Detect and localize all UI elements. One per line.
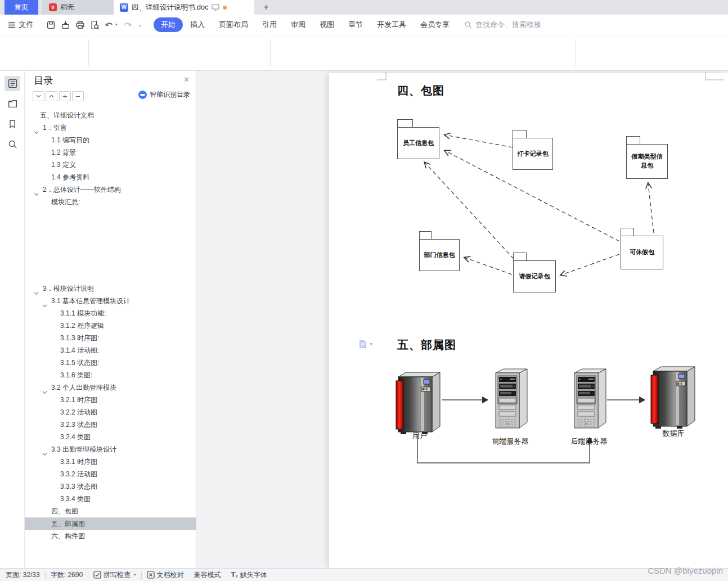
ribbon-tab-页面布局[interactable]: 页面布局	[219, 20, 248, 30]
chapter-panel-button[interactable]	[5, 96, 20, 111]
toc-item[interactable]: 四、包图	[25, 505, 196, 517]
print-preview-icon[interactable]	[90, 20, 100, 30]
ribbon-tab-章节[interactable]: 章节	[348, 20, 363, 30]
toc-zoom-out-button[interactable]	[72, 91, 84, 101]
toc-item[interactable]: 3.3 出勤管理模块设计	[25, 443, 196, 456]
toc-item[interactable]: 2．总体设计——软件结构	[25, 183, 196, 196]
toc-panel: 目录 × 智能识别目录 五、详细设计文档1．引言1.1 编写目的1.2 背景1.…	[25, 71, 196, 568]
bookmark-panel-button[interactable]	[5, 116, 20, 132]
undo-dropdown-arrow[interactable]: ▾	[115, 22, 118, 27]
package-tab	[621, 228, 634, 236]
toc-item[interactable]: 3.1 基本信息管理模块设计	[25, 295, 196, 307]
toc-item[interactable]: 五、详细设计文档	[25, 109, 196, 121]
toc-zoom-in-button[interactable]	[59, 91, 71, 101]
toc-item[interactable]: 3.1.4 活动图:	[25, 344, 196, 357]
ribbon-toolbar: 粘贴▾ 剪切 复制 格式刷 宋体▾ 三号▾ A+ A− wén 安▾	[0, 35, 728, 71]
toc-item[interactable]: 3.3.2 活动图	[25, 468, 196, 480]
toc-item[interactable]: 1.3 定义	[25, 159, 196, 171]
deployment-node-label: 后端服务器	[571, 436, 608, 447]
start-tab-label: 开始	[161, 20, 176, 29]
proofread-button[interactable]: 文档校对	[147, 570, 184, 580]
toc-item[interactable]: 3.3.1 时序图	[25, 456, 196, 468]
word-count[interactable]: 字数: 2690	[51, 570, 83, 580]
toc-item[interactable]: 1．引言	[25, 121, 196, 134]
toc-panel-button[interactable]	[5, 76, 20, 91]
quick-access-more-icon[interactable]: ⌄	[138, 22, 143, 28]
toc-item-label: 3.3.1 时序图	[60, 456, 97, 468]
ribbon-tab-插入[interactable]: 插入	[190, 20, 205, 30]
save-icon[interactable]	[46, 20, 56, 30]
docer-tab[interactable]: v 稻壳	[42, 0, 113, 15]
screen-share-icon[interactable]	[212, 4, 219, 11]
toc-item[interactable]: 3.1.3 时序图:	[25, 332, 196, 344]
toc-item[interactable]: 3.1.1 模块功能:	[25, 307, 196, 319]
smart-recognize-toc-button[interactable]: 智能识别目录	[138, 90, 190, 100]
toc-item[interactable]: 3.2.2 活动图	[25, 406, 196, 418]
toc-item[interactable]: 1.1 编写目的	[25, 134, 196, 146]
file-menu-button[interactable]: 文件	[8, 20, 34, 30]
smart-toc-icon	[138, 91, 147, 99]
hamburger-icon	[8, 22, 16, 28]
toc-item[interactable]: 3.3.4 类图	[25, 493, 196, 505]
proofread-icon	[147, 571, 155, 579]
undo-button[interactable]: ▾	[105, 20, 118, 30]
page-indicator[interactable]: 页面: 32/33	[6, 570, 40, 580]
uml-package: 请假记录包	[513, 253, 556, 292]
home-tab[interactable]: 首页	[5, 0, 38, 15]
toc-item-label: 1.1 编写目的	[51, 134, 89, 146]
chevron-up-icon	[49, 94, 54, 98]
status-bar: 页面: 32/33 字数: 2690 拼写检查▾ 文档校对 兼容模式 T? 缺失…	[0, 568, 728, 581]
toc-item[interactable]: 3.2 个人出勤管理模块	[25, 381, 196, 394]
toc-item[interactable]: 3.1.2 程序逻辑	[25, 319, 196, 332]
paragraph-options-arrow: ▾	[370, 342, 372, 346]
toc-list: 五、详细设计文档1．引言1.1 编写目的1.2 背景1.3 定义1.4 参考资料…	[25, 109, 196, 542]
ribbon-tab-会员专享[interactable]: 会员专享	[420, 20, 450, 30]
toc-item[interactable]: 六、构件图	[25, 530, 196, 542]
missing-font-button[interactable]: T? 缺失字体	[231, 570, 267, 580]
toc-panel-title: 目录	[34, 74, 53, 87]
package-tab	[419, 231, 432, 240]
ribbon-tab-开发工具[interactable]: 开发工具	[377, 20, 406, 30]
document-tab[interactable]: W 四、详细设计说明书.doc	[114, 0, 254, 15]
toc-item[interactable]: 模块汇总:	[25, 196, 196, 208]
toc-item-label: 2．总体设计——软件结构	[43, 183, 121, 196]
toc-collapse-all-button[interactable]	[46, 91, 57, 101]
toc-item-label: 六、构件图	[51, 530, 85, 542]
ribbon-tab-视图[interactable]: 视图	[320, 20, 334, 30]
print-icon[interactable]	[75, 20, 85, 30]
paragraph-options-button[interactable]: ▾	[359, 340, 372, 349]
toc-expand-all-button[interactable]	[33, 91, 44, 101]
command-search[interactable]: 查找命令、搜索模板	[464, 20, 541, 30]
toc-item[interactable]: 3.1.6 类图:	[25, 369, 196, 381]
toc-item-label: 3.1.4 活动图:	[60, 344, 99, 357]
ribbon-tab-引用[interactable]: 引用	[262, 20, 277, 30]
new-tab-button[interactable]: +	[259, 0, 273, 15]
file-menu-label: 文件	[19, 20, 34, 30]
toc-item[interactable]: 1.2 背景	[25, 146, 196, 159]
toc-item-label: 3.1.6 类图:	[60, 369, 92, 381]
package-body: 请假记录包	[513, 260, 556, 292]
csdn-watermark: CSDN @biyezuopin	[648, 566, 723, 575]
toc-item[interactable]: 3.2.3 状态图	[25, 418, 196, 431]
ribbon-tab-审阅[interactable]: 审阅	[291, 20, 305, 30]
minus-icon	[75, 94, 80, 99]
toc-item[interactable]: 1.4 参考资料	[25, 171, 196, 183]
toc-item[interactable]: 3.1.5 状态图:	[25, 357, 196, 369]
package-body: 员工信息包	[397, 127, 439, 159]
toc-item[interactable]: 3.2.1 时序图	[25, 394, 196, 406]
toc-close-icon[interactable]: ×	[184, 75, 189, 84]
compat-mode-badge[interactable]: 兼容模式	[194, 570, 221, 580]
toc-item-label: 3．模块设计说明	[43, 282, 94, 295]
redo-icon[interactable]	[123, 20, 132, 30]
spellcheck-button[interactable]: 拼写检查▾	[93, 570, 136, 580]
deployment-node-label: 数据库	[663, 429, 685, 439]
deployment-node-label: 用户	[412, 431, 427, 441]
search-panel-button[interactable]	[5, 137, 20, 152]
toc-item[interactable]: 3.2.4 类图	[25, 431, 196, 443]
toc-item[interactable]: 五、部属图	[25, 517, 196, 530]
export-icon[interactable]	[61, 20, 70, 30]
toc-item-label: 3.2.4 类图	[60, 431, 91, 443]
ribbon-tab-start-active[interactable]: 开始	[154, 17, 183, 32]
toc-item[interactable]: 3.3.3 状态图	[25, 480, 196, 493]
toc-item[interactable]: 3．模块设计说明	[25, 282, 196, 295]
